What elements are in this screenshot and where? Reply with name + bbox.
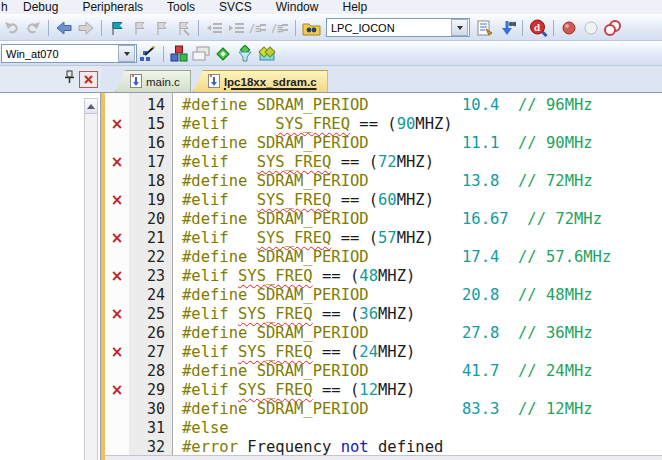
code-line-15[interactable]: ×15#elif SYS_FREQ == (90MHZ): [105, 115, 662, 134]
breakpoint-kill-icon[interactable]: [602, 18, 624, 37]
gutter-blank: [105, 172, 129, 191]
gutter-blank: [105, 96, 129, 115]
bookmark-toggle-icon[interactable]: [106, 18, 128, 37]
breakpoint-toggle-icon[interactable]: [558, 18, 580, 37]
code-line-30[interactable]: 30#define SDRAM_PERIOD 83.3 // 12MHz: [105, 400, 662, 419]
pack-diamond-icon[interactable]: [212, 44, 234, 63]
diamonds-icon[interactable]: [256, 44, 278, 63]
breakpoint-disable-icon[interactable]: [580, 18, 602, 37]
toolbar-separator: [295, 20, 296, 36]
uncomment-icon[interactable]: /≣: [269, 18, 291, 37]
toolbar-separator: [522, 20, 523, 36]
windows-layout-icon[interactable]: [190, 44, 212, 63]
line-number: 19: [129, 191, 172, 210]
code-text: #define SDRAM_PERIOD 41.7 // 24MHz: [172, 362, 593, 381]
toolbar-separator: [553, 20, 554, 36]
error-mark-icon: ×: [105, 229, 129, 248]
code-text: #define SDRAM_PERIOD 20.8 // 48MHz: [172, 286, 593, 305]
line-number: 25: [129, 305, 172, 324]
code-line-27[interactable]: ×27#elif SYS_FREQ == (24MHZ): [105, 343, 662, 362]
combo-dropdown-icon[interactable]: [118, 45, 135, 62]
code-text: #elif SYS_FREQ == (36MHZ): [172, 305, 415, 324]
menu-items: DebugPeripheralsToolsSVCSWindowHelp: [9, 0, 379, 14]
symbol-lookup-combo[interactable]: LPC_IOCON: [326, 18, 470, 37]
close-icon[interactable]: [79, 71, 98, 88]
target-select-value[interactable]: Win_at070: [2, 48, 117, 60]
code-line-26[interactable]: 26#define SDRAM_PERIOD 27.8 // 36MHz: [105, 324, 662, 343]
tab-main-c[interactable]: main.c: [115, 70, 191, 92]
code-line-24[interactable]: 24#define SDRAM_PERIOD 20.8 // 48MHz: [105, 286, 662, 305]
code-text: #elif SYS_FREQ == (57MHZ): [172, 229, 434, 248]
toolbar-separator: [101, 20, 102, 36]
svg-text:/≡: /≡: [249, 23, 261, 34]
line-number: 27: [129, 343, 172, 362]
line-number: 23: [129, 267, 172, 286]
line-number: 21: [129, 229, 172, 248]
menu-item-debug[interactable]: Debug: [9, 0, 70, 14]
error-mark-icon: ×: [105, 191, 129, 210]
navigate-back-icon[interactable]: [53, 18, 75, 37]
pin-icon[interactable]: [63, 70, 76, 88]
menu-item-svcs[interactable]: SVCS: [207, 0, 264, 14]
code-line-28[interactable]: 28#define SDRAM_PERIOD 41.7 // 24MHz: [105, 362, 662, 381]
find-in-files-icon[interactable]: [300, 18, 322, 37]
code-line-29[interactable]: ×29#elif SYS_FREQ == (12MHZ): [105, 381, 662, 400]
menu-item-cropped[interactable]: h: [1, 0, 9, 14]
menu-item-peripherals[interactable]: Peripherals: [70, 0, 155, 14]
scroll-up-icon[interactable]: [85, 99, 97, 114]
undo-icon[interactable]: [0, 18, 22, 37]
navigate-forward-icon[interactable]: [75, 18, 97, 37]
gutter-blank: [105, 134, 129, 153]
dock-row: main.c lpc18xx_sdram.c: [0, 66, 662, 93]
filter-funnel-icon[interactable]: [234, 44, 256, 63]
combo-dropdown-icon[interactable]: [451, 19, 468, 36]
tab-label[interactable]: main.c: [146, 76, 180, 88]
outdent-icon[interactable]: [203, 18, 225, 37]
side-panel-scrollbar[interactable]: [84, 98, 98, 460]
line-number: 29: [129, 381, 172, 400]
menu-item-help[interactable]: Help: [330, 0, 379, 14]
code-line-21[interactable]: ×21#elif SYS_FREQ == (57MHZ): [105, 229, 662, 248]
code-lines[interactable]: 14#define SDRAM_PERIOD 10.4 // 96MHz×15#…: [105, 93, 662, 460]
code-line-16[interactable]: 16#define SDRAM_PERIOD 11.1 // 90MHz: [105, 134, 662, 153]
menu-item-tools[interactable]: Tools: [155, 0, 207, 14]
redo-icon[interactable]: [22, 18, 44, 37]
find-next-icon[interactable]: [496, 18, 518, 37]
code-line-14[interactable]: 14#define SDRAM_PERIOD 10.4 // 96MHz: [105, 96, 662, 115]
target-select-combo[interactable]: Win_at070: [1, 44, 137, 63]
tab-lpc18xx-sdram-c[interactable]: lpc18xx_sdram.c: [193, 70, 328, 92]
code-line-23[interactable]: ×23#elif SYS_FREQ == (48MHZ): [105, 267, 662, 286]
file-icon: [130, 74, 142, 90]
toolbar-separator: [163, 46, 164, 62]
browse-info-icon[interactable]: [474, 18, 496, 37]
code-line-20[interactable]: 20#define SDRAM_PERIOD 16.67 // 72MHz: [105, 210, 662, 229]
gutter-blank: [105, 362, 129, 381]
components-icon[interactable]: [168, 44, 190, 63]
line-number: 16: [129, 134, 172, 153]
code-line-31[interactable]: 31#else: [105, 419, 662, 438]
bookmark-prev-icon[interactable]: [128, 18, 150, 37]
error-mark-icon: ×: [105, 381, 129, 400]
code-line-19[interactable]: ×19#elif SYS_FREQ == (60MHZ): [105, 191, 662, 210]
tab-label[interactable]: lpc18xx_sdram.c: [224, 76, 317, 88]
code-line-18[interactable]: 18#define SDRAM_PERIOD 13.8 // 72MHz: [105, 172, 662, 191]
error-mark-icon: ×: [105, 153, 129, 172]
error-mark-icon: ×: [105, 115, 129, 134]
code-text: #elif SYS_FREQ == (48MHZ): [172, 267, 415, 286]
side-panel: [0, 93, 101, 460]
configure-wand-icon[interactable]: [137, 44, 159, 63]
code-line-17[interactable]: ×17#elif SYS_FREQ == (72MHZ): [105, 153, 662, 172]
editor-hscrollbar[interactable]: [105, 455, 662, 460]
gutter-blank: [105, 210, 129, 229]
code-text: #define SDRAM_PERIOD 83.3 // 12MHz: [172, 400, 593, 419]
menu-item-window[interactable]: Window: [264, 0, 331, 14]
debug-session-icon[interactable]: d: [527, 18, 549, 37]
code-line-25[interactable]: ×25#elif SYS_FREQ == (36MHZ): [105, 305, 662, 324]
indent-icon[interactable]: [225, 18, 247, 37]
bookmark-clear-icon[interactable]: [172, 18, 194, 37]
bookmark-next-icon[interactable]: [150, 18, 172, 37]
comment-icon[interactable]: /≡: [247, 18, 269, 37]
editor-pane[interactable]: http://blog.csdn.net/qlexcel 14#define S…: [101, 93, 662, 460]
symbol-lookup-value[interactable]: LPC_IOCON: [327, 22, 450, 34]
code-line-22[interactable]: 22#define SDRAM_PERIOD 17.4 // 57.6MHz: [105, 248, 662, 267]
